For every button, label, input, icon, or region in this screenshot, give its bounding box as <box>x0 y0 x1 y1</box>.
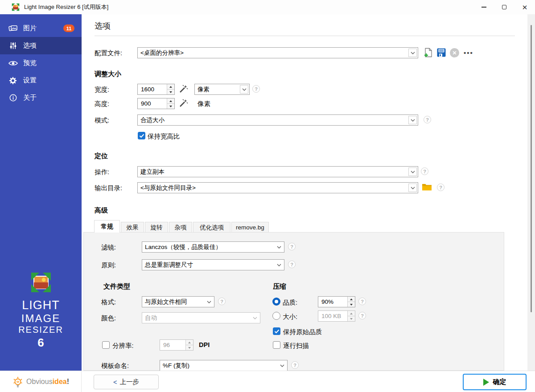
output-value: <与原始文件同目录> <box>138 184 408 192</box>
policy-select[interactable]: 总是重新调整尺寸 <box>142 259 284 270</box>
quality-help-icon[interactable]: ? <box>358 298 366 305</box>
output-help-icon[interactable]: ? <box>437 184 444 191</box>
chevron-down-icon <box>275 261 283 269</box>
filter-help-icon[interactable]: ? <box>288 243 296 250</box>
width-down-button[interactable] <box>167 89 174 94</box>
action-help-icon[interactable]: ? <box>421 167 428 175</box>
height-down-button[interactable] <box>167 103 174 109</box>
chevron-down-icon <box>278 361 286 370</box>
keep-quality-checkbox[interactable] <box>273 327 280 335</box>
width-help-icon[interactable]: ? <box>252 85 260 93</box>
window-title: Light Image Resizer 6 [试用版本] <box>24 3 108 11</box>
template-select[interactable]: %F (复制) <box>160 360 288 371</box>
height-up-button[interactable] <box>167 98 174 103</box>
tab-misc[interactable]: 杂项 <box>169 222 192 233</box>
action-value: 建立副本 <box>138 168 408 176</box>
sidebar-item-options[interactable]: 选项 <box>0 37 82 54</box>
action-select[interactable]: 建立副本 <box>137 166 418 177</box>
tab-rotate[interactable]: 旋转 <box>145 222 168 233</box>
chevron-down-icon <box>408 167 417 176</box>
sidebar-item-settings[interactable]: 设置 <box>0 72 82 89</box>
mode-value: 合适大小 <box>138 116 408 124</box>
width-up-button[interactable] <box>167 84 174 89</box>
back-button[interactable]: < 上一步 <box>94 375 159 389</box>
gear-icon <box>8 76 18 85</box>
close-button[interactable]: ✕ <box>514 0 535 14</box>
progressive-checkbox[interactable] <box>273 341 280 349</box>
filter-select[interactable]: Lanczos（较慢，品质最佳） <box>142 241 284 253</box>
size-value: 100 KB <box>318 311 347 321</box>
title-divider <box>95 36 515 36</box>
check-icon <box>274 329 280 334</box>
sidebar-item-preview[interactable]: 预览 <box>0 54 82 72</box>
keep-ratio-checkbox[interactable] <box>138 132 145 139</box>
tab-effects[interactable]: 效果 <box>121 222 144 233</box>
section-filetype: 文件类型 <box>103 282 130 291</box>
footer-bar: < 上一步 确定 <box>82 371 535 392</box>
play-icon <box>483 379 489 386</box>
template-value: %F (复制) <box>160 362 278 370</box>
maximize-button[interactable] <box>494 0 514 14</box>
sidebar-item-images[interactable]: 图片 11 <box>0 20 82 37</box>
policy-label: 原则: <box>101 261 116 270</box>
size-radio[interactable] <box>272 312 280 320</box>
logo-version: 6 <box>0 336 82 350</box>
delete-profile-button[interactable]: ✕ <box>450 48 459 57</box>
new-profile-button[interactable] <box>423 48 433 57</box>
format-select[interactable]: 与原始文件相同 <box>142 296 214 307</box>
resolution-down-button <box>186 345 193 350</box>
tab-general[interactable]: 常规 <box>94 220 120 233</box>
scrollbar[interactable] <box>527 14 535 371</box>
check-icon <box>139 134 144 138</box>
output-select[interactable]: <与原始文件同目录> <box>137 182 418 193</box>
quality-value: 90% <box>318 297 347 307</box>
quality-radio[interactable] <box>272 298 280 306</box>
width-stepper[interactable]: 1600 <box>137 84 175 95</box>
resolution-up-button <box>186 340 193 345</box>
size-down-button <box>348 316 355 321</box>
keep-quality-label: 保持原始品质 <box>283 328 322 336</box>
tab-optimize[interactable]: 优化选项 <box>193 222 230 233</box>
save-profile-button[interactable] <box>436 48 446 57</box>
mode-select[interactable]: 合适大小 <box>137 114 418 126</box>
ok-button[interactable]: 确定 <box>463 374 527 390</box>
more-options-button[interactable]: ••• <box>464 49 473 57</box>
action-label: 操作: <box>95 168 109 176</box>
sidebar-item-label: 关于 <box>23 94 37 102</box>
quality-down-button[interactable] <box>348 302 355 307</box>
height-auto-wand-icon[interactable] <box>178 98 188 108</box>
scrollbar-thumb[interactable] <box>531 25 532 312</box>
minimize-icon <box>482 7 486 7</box>
chevron-down-icon <box>240 85 248 94</box>
size-label: 大小: <box>283 313 297 321</box>
size-stepper: 100 KB <box>318 310 355 322</box>
format-help-icon[interactable]: ? <box>218 298 226 305</box>
size-help-icon[interactable]: ? <box>358 312 366 319</box>
sidebar-item-about[interactable]: 关于 <box>0 89 82 106</box>
policy-value: 总是重新调整尺寸 <box>142 261 275 269</box>
logo-text-light: LIGHT <box>0 298 82 312</box>
quality-stepper[interactable]: 90% <box>318 296 355 307</box>
quality-up-button[interactable] <box>348 297 355 302</box>
policy-help-icon[interactable]: ? <box>288 261 296 268</box>
width-auto-wand-icon[interactable] <box>178 84 188 94</box>
lightbulb-icon <box>12 376 24 388</box>
logo-text-image: IMAGE <box>0 312 82 325</box>
resolution-checkbox[interactable] <box>102 341 110 349</box>
width-unit-value: 像素 <box>195 86 240 94</box>
section-compression: 压缩 <box>273 282 286 291</box>
page-title: 选项 <box>95 20 111 31</box>
filter-label: 滤镜: <box>101 243 116 252</box>
chevron-down-icon <box>251 314 259 322</box>
chevron-down-icon <box>408 116 417 124</box>
width-unit-select[interactable]: 像素 <box>194 84 250 95</box>
height-stepper[interactable]: 900 <box>137 98 175 109</box>
app-logo-block: LIGHT IMAGE RESIZER 6 <box>0 272 82 350</box>
template-help-icon[interactable]: ? <box>291 361 299 369</box>
browse-folder-button[interactable] <box>422 183 432 191</box>
profile-select[interactable]: <桌面的分辨率> <box>137 47 418 58</box>
mode-help-icon[interactable]: ? <box>424 116 431 123</box>
minimize-button[interactable] <box>473 0 494 14</box>
tab-removebg[interactable]: remove.bg <box>231 222 269 233</box>
keep-ratio-label: 保持宽高比 <box>148 132 180 141</box>
